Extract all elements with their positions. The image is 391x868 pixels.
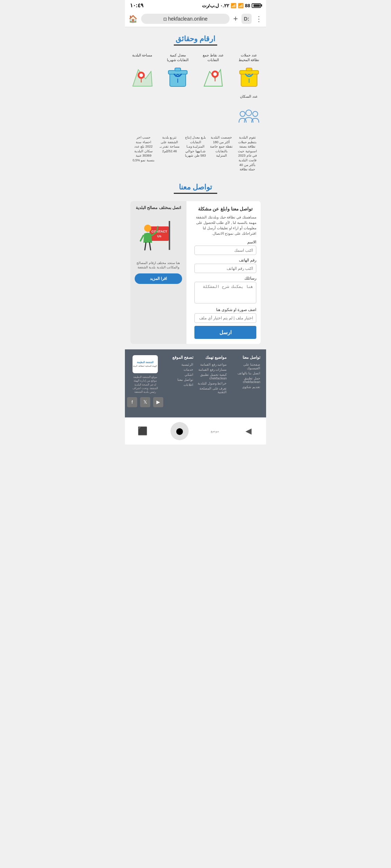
stat-icon-map2 bbox=[129, 65, 155, 90]
status-bar: 88 📶 📶 ٠.٢٢ ل.ب/رت ١٠:٤٩ bbox=[125, 0, 266, 11]
footer-link-app[interactable]: حمل تطبيق chekfaclean bbox=[230, 376, 260, 384]
svg-line-27 bbox=[150, 243, 151, 250]
main-content: ارقام وحقائق عدد حملات نظافة المحيط bbox=[125, 27, 266, 417]
message-label: رسائلك bbox=[194, 276, 256, 281]
footer-about-text: موقع الشقفة النظيفة موقع من إدارة الهيئة… bbox=[131, 375, 160, 394]
form-description: مساهمتك في نظافة حيك وبلدنتك الشقفة مهمة… bbox=[194, 214, 256, 236]
youtube-icon[interactable]: ▶ bbox=[153, 397, 163, 407]
footer-link-phone[interactable]: اتصل بنا بالهاتف bbox=[230, 371, 260, 375]
stat-desc-waste: بلـغ معدل إنتاج النفايات المنزليـة ومـا … bbox=[184, 135, 207, 172]
stat-item-area: مساحة البلدية bbox=[130, 53, 154, 90]
footer-link-services[interactable]: خدمات bbox=[163, 368, 193, 371]
stat-item-waste: معدل كمية النفايات شهريا bbox=[166, 53, 189, 90]
status-left: 88 📶 📶 ٠.٢٢ ل.ب/رت bbox=[202, 3, 261, 8]
svg-line-23 bbox=[140, 235, 143, 241]
stat-label-area: مساحة البلدية bbox=[132, 53, 152, 63]
signal-wifi: 📶 bbox=[238, 3, 244, 8]
browser-menu-button[interactable]: ⋮ bbox=[255, 14, 262, 23]
svg-point-18 bbox=[253, 111, 258, 116]
footer: تواصل معنا صفحتنا على الفيسبوك اتصل بنا … bbox=[125, 349, 266, 417]
svg-text:Us: Us bbox=[157, 234, 161, 238]
stat-icon-people bbox=[236, 106, 262, 132]
svg-rect-2 bbox=[246, 68, 252, 71]
svg-point-16 bbox=[240, 111, 245, 116]
more-button[interactable]: اقرا المزيد bbox=[135, 273, 182, 284]
footer-link-maps[interactable]: خرائط وصول للبلدية bbox=[197, 382, 227, 385]
svg-point-14 bbox=[139, 73, 143, 77]
form-title: تواصل معنا وابلغ عن مشكلة bbox=[194, 206, 256, 212]
nav-back-button[interactable]: ◀ bbox=[241, 424, 256, 438]
stat-icon-map1 bbox=[201, 65, 226, 90]
footer-link-report[interactable]: اشكي bbox=[163, 373, 193, 376]
footer-link-contact[interactable]: تواصل معنا bbox=[163, 378, 193, 382]
footer-link-complaint[interactable]: تقديم شكوى bbox=[230, 385, 260, 389]
svg-point-6 bbox=[213, 72, 217, 76]
facts-title: ارقام وحقائق bbox=[130, 34, 261, 43]
footer-link-home[interactable]: الرئيسية bbox=[163, 363, 193, 366]
stat-label-points: عدد نقاط جمع النفايات bbox=[202, 53, 225, 63]
footer-link-announcements[interactable]: اعلانات bbox=[163, 383, 193, 387]
submit-button[interactable]: ارسل bbox=[194, 326, 256, 339]
contact-form-panel: تواصل معنا وابلغ عن مشكلة مساهمتك في نظا… bbox=[190, 201, 261, 344]
phone-input[interactable] bbox=[194, 264, 256, 273]
footer-link-facebook[interactable]: صفحتنا على الفيسبوك bbox=[230, 363, 260, 370]
browser-tab-icon[interactable]: :D bbox=[241, 14, 252, 24]
nav-square-button[interactable]: ⬛ bbox=[135, 424, 150, 438]
contact-underline bbox=[174, 193, 217, 194]
signal-bars: 📶 bbox=[231, 3, 236, 8]
svg-rect-19 bbox=[150, 226, 169, 241]
svg-point-22 bbox=[144, 225, 151, 232]
footer-col-contact: تواصل معنا صفحتنا على الفيسبوك اتصل بنا … bbox=[230, 355, 260, 407]
stats-grid: عدد حملات نظافة المحيط عدد نقاط جمع النف… bbox=[130, 53, 261, 132]
stat-item-points: عدد نقاط جمع النفايات bbox=[202, 53, 225, 90]
nav-home-button[interactable]: ⬤ bbox=[171, 422, 189, 440]
file-input[interactable]: اختيار ملف | لم يتم اختيار أي ملف bbox=[194, 313, 256, 323]
battery-percent: 88 bbox=[245, 3, 250, 8]
stat-item-population: عدد السكان bbox=[237, 94, 261, 132]
twitter-icon[interactable]: 𝕏 bbox=[140, 397, 150, 407]
footer-social: ▶ 𝕏 f bbox=[127, 397, 163, 407]
stat-icon-trash2 bbox=[165, 65, 190, 90]
footer-col-nav: تصفح الموقع الرئيسية خدمات اشكي تواصل مع… bbox=[163, 355, 193, 407]
stats-desc-row: تقوم البلدية بتنظيم حملات نظافة بصفة اسب… bbox=[130, 135, 261, 172]
svg-line-26 bbox=[145, 243, 146, 250]
svg-text:CONTACT: CONTACT bbox=[151, 230, 167, 233]
navigation-bar: ◀ موصع ⬤ ⬛ bbox=[125, 417, 266, 444]
phone-label: رقم الهاتف bbox=[194, 258, 256, 263]
contact-grid: تواصل معنا وابلغ عن مشكلة مساهمتك في نظا… bbox=[130, 201, 261, 344]
facebook-icon[interactable]: f bbox=[127, 397, 137, 407]
stat-desc-points: خصصت البلدية أكثر من 180 نقطة جمع خاصة ب… bbox=[210, 135, 233, 172]
footer-nav-title: تصفح الموقع bbox=[163, 355, 193, 360]
footer-col-topics: مواضيع تهمك مواعيد رفع القمامة مسارات رف… bbox=[197, 355, 227, 407]
browser-bar: ⋮ :D + ⊡ hekfaclean.online 🏠 bbox=[125, 11, 266, 27]
status-time: ١٠:٤٩ bbox=[130, 2, 143, 9]
browser-url-bar[interactable]: ⊡ hekfaclean.online bbox=[141, 14, 230, 24]
contact-section: تواصل معنا تواصل معنا وابلغ عن مشكلة مسا… bbox=[125, 175, 266, 349]
stat-item-campaigns: عدد حملات نظافة المحيط bbox=[237, 53, 261, 90]
file-label: اضف صورة او شكوى هنا bbox=[194, 307, 256, 312]
message-input[interactable] bbox=[194, 282, 256, 303]
name-input[interactable] bbox=[194, 246, 256, 255]
stat-icon-trash1 bbox=[236, 65, 262, 90]
name-label: الاسم bbox=[194, 240, 256, 244]
footer-logo: الشقفة النظيفة الهيئة المحلية لنظافة الب… bbox=[133, 355, 158, 373]
stat-label-campaigns: عدد حملات نظافة المحيط bbox=[237, 53, 261, 63]
tab-icon: ⊡ bbox=[163, 17, 168, 22]
footer-link-garbage-schedule[interactable]: مواعيد رفع القمامة bbox=[197, 363, 227, 366]
footer-link-department[interactable]: تعرف على المصلحة التقنية bbox=[197, 387, 227, 394]
svg-rect-10 bbox=[175, 68, 181, 71]
municipality-desc: هنا ستجد مختلف ارقام المصالح والمكاتب ال… bbox=[135, 261, 182, 270]
battery-icon bbox=[252, 3, 261, 8]
facts-underline bbox=[174, 44, 217, 46]
browser-add-tab-button[interactable]: + bbox=[233, 14, 238, 24]
stat-label-population: عدد السكان bbox=[240, 94, 258, 104]
footer-link-garbage-routes[interactable]: مسارات رفع القمامة bbox=[197, 368, 227, 371]
contact-illustration: CONTACT Us bbox=[137, 214, 180, 257]
browser-home-button[interactable]: 🏠 bbox=[129, 14, 138, 23]
footer-logo-col: الشقفة النظيفة الهيئة المحلية لنظافة الب… bbox=[131, 355, 160, 407]
stat-desc-population: حسب اخر احصاء سنة 2022 بلغ عدد سكان البل… bbox=[132, 135, 155, 172]
footer-link-download-app[interactable]: كيفية تحميل تطبيق chekfaclean bbox=[197, 373, 227, 380]
footer-contact-title: تواصل معنا bbox=[230, 355, 260, 360]
contact-title: تواصل معنا bbox=[130, 183, 261, 191]
svg-point-17 bbox=[246, 110, 252, 116]
